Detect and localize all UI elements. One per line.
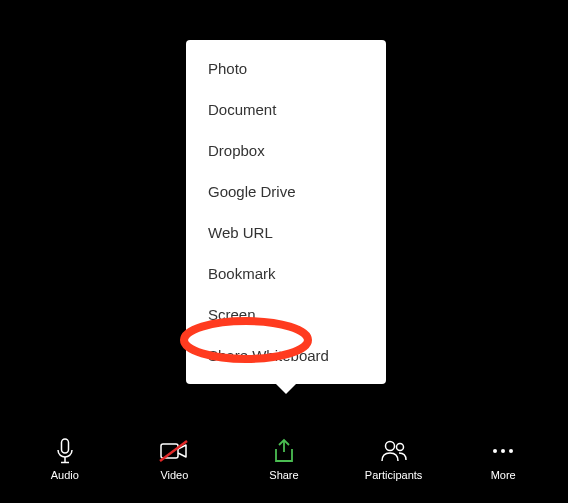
menu-item-google-drive[interactable]: Google Drive [186, 171, 386, 212]
participants-button[interactable]: Participants [354, 437, 434, 481]
menu-item-dropbox[interactable]: Dropbox [186, 130, 386, 171]
svg-point-6 [385, 442, 394, 451]
more-button[interactable]: More [463, 437, 543, 481]
svg-point-9 [501, 449, 505, 453]
participants-icon [379, 437, 409, 465]
menu-item-bookmark[interactable]: Bookmark [186, 253, 386, 294]
share-label: Share [269, 469, 298, 481]
svg-point-8 [493, 449, 497, 453]
participants-label: Participants [365, 469, 422, 481]
menu-item-document[interactable]: Document [186, 89, 386, 130]
svg-rect-1 [61, 439, 68, 453]
share-menu: Photo Document Dropbox Google Drive Web … [186, 40, 386, 384]
menu-item-photo[interactable]: Photo [186, 48, 386, 89]
menu-item-screen[interactable]: Screen [186, 294, 386, 335]
meeting-toolbar: Audio Video Share [0, 437, 568, 481]
svg-point-10 [509, 449, 513, 453]
microphone-icon [55, 437, 75, 465]
video-label: Video [160, 469, 188, 481]
menu-item-share-whiteboard[interactable]: Share Whiteboard [186, 335, 386, 376]
share-button[interactable]: Share [244, 437, 324, 481]
more-icon [490, 437, 516, 465]
share-icon [271, 437, 297, 465]
svg-point-7 [396, 444, 403, 451]
audio-button[interactable]: Audio [25, 437, 105, 481]
video-button[interactable]: Video [134, 437, 214, 481]
video-off-icon [159, 437, 189, 465]
menu-item-web-url[interactable]: Web URL [186, 212, 386, 253]
audio-label: Audio [51, 469, 79, 481]
more-label: More [491, 469, 516, 481]
